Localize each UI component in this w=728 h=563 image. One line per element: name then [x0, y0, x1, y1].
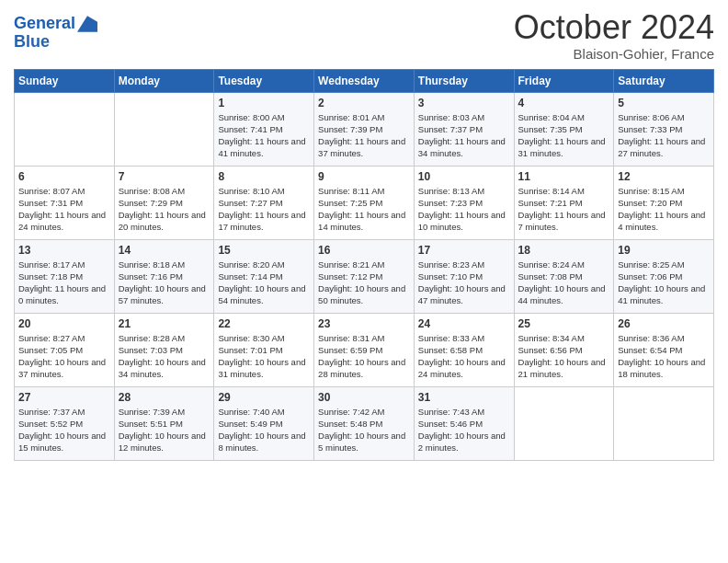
daylight-text: Daylight: 11 hours and 37 minutes.	[318, 136, 405, 158]
daylight-text: Daylight: 11 hours and 31 minutes.	[518, 136, 606, 158]
day-info: Sunrise: 8:31 AM Sunset: 6:59 PM Dayligh…	[318, 332, 410, 381]
table-row	[15, 92, 115, 166]
day-number: 26	[618, 317, 710, 330]
daylight-text: Daylight: 11 hours and 0 minutes.	[18, 283, 106, 305]
day-info: Sunrise: 8:11 AM Sunset: 7:25 PM Dayligh…	[318, 185, 410, 234]
daylight-text: Daylight: 10 hours and 47 minutes.	[418, 283, 506, 305]
table-row: 2 Sunrise: 8:01 AM Sunset: 7:39 PM Dayli…	[314, 92, 415, 166]
daylight-text: Daylight: 11 hours and 14 minutes.	[318, 210, 405, 232]
table-row: 7 Sunrise: 8:08 AM Sunset: 7:29 PM Dayli…	[114, 166, 214, 239]
table-row: 17 Sunrise: 8:23 AM Sunset: 7:10 PM Dayl…	[414, 239, 514, 313]
daylight-text: Daylight: 11 hours and 41 minutes.	[218, 136, 305, 158]
sunrise-text: Sunrise: 7:39 AM	[119, 407, 185, 417]
day-info: Sunrise: 8:28 AM Sunset: 7:03 PM Dayligh…	[119, 332, 210, 381]
day-number: 23	[318, 317, 410, 330]
sunrise-text: Sunrise: 8:34 AM	[518, 333, 585, 343]
day-number: 1	[218, 97, 310, 109]
daylight-text: Daylight: 11 hours and 10 minutes.	[418, 210, 506, 232]
daylight-text: Daylight: 10 hours and 15 minutes.	[18, 431, 106, 453]
sunset-text: Sunset: 7:23 PM	[418, 198, 483, 208]
table-row: 4 Sunrise: 8:04 AM Sunset: 7:35 PM Dayli…	[514, 92, 614, 166]
daylight-text: Daylight: 11 hours and 17 minutes.	[218, 210, 305, 232]
sunrise-text: Sunrise: 8:07 AM	[18, 186, 85, 196]
table-row: 8 Sunrise: 8:10 AM Sunset: 7:27 PM Dayli…	[214, 166, 314, 239]
day-number: 19	[618, 244, 710, 257]
table-row: 15 Sunrise: 8:20 AM Sunset: 7:14 PM Dayl…	[214, 239, 314, 313]
calendar-week-row: 13 Sunrise: 8:17 AM Sunset: 7:18 PM Dayl…	[15, 239, 714, 313]
table-row: 31 Sunrise: 7:43 AM Sunset: 5:46 PM Dayl…	[414, 386, 514, 460]
sunset-text: Sunset: 5:49 PM	[218, 419, 282, 429]
sunset-text: Sunset: 7:21 PM	[518, 198, 583, 208]
day-info: Sunrise: 8:04 AM Sunset: 7:35 PM Dayligh…	[518, 111, 610, 160]
calendar-header-row: Sunday Monday Tuesday Wednesday Thursday…	[15, 69, 714, 92]
sunset-text: Sunset: 7:06 PM	[618, 271, 682, 282]
sunrise-text: Sunrise: 8:33 AM	[418, 333, 484, 343]
table-row: 29 Sunrise: 7:40 AM Sunset: 5:49 PM Dayl…	[214, 386, 314, 460]
day-number: 29	[218, 391, 310, 404]
day-number: 2	[318, 97, 410, 109]
daylight-text: Daylight: 11 hours and 4 minutes.	[618, 210, 705, 232]
sunset-text: Sunset: 7:16 PM	[119, 271, 183, 282]
logo-text-block: General Blue	[14, 14, 97, 52]
logo-general: General	[14, 15, 75, 33]
table-row: 26 Sunrise: 8:36 AM Sunset: 6:54 PM Dayl…	[614, 313, 714, 386]
logo-blue: Blue	[14, 32, 97, 52]
day-info: Sunrise: 8:30 AM Sunset: 7:01 PM Dayligh…	[218, 332, 310, 381]
daylight-text: Daylight: 10 hours and 21 minutes.	[518, 357, 606, 379]
sunset-text: Sunset: 7:35 PM	[518, 124, 583, 134]
sunrise-text: Sunrise: 7:43 AM	[418, 407, 484, 417]
day-info: Sunrise: 8:01 AM Sunset: 7:39 PM Dayligh…	[318, 111, 410, 160]
day-number: 8	[218, 170, 310, 183]
sunset-text: Sunset: 7:12 PM	[318, 271, 382, 282]
calendar-week-row: 27 Sunrise: 7:37 AM Sunset: 5:52 PM Dayl…	[15, 386, 714, 460]
sunrise-text: Sunrise: 8:00 AM	[218, 112, 284, 122]
day-info: Sunrise: 8:00 AM Sunset: 7:41 PM Dayligh…	[218, 111, 310, 160]
day-number: 9	[318, 170, 410, 183]
sunrise-text: Sunrise: 8:28 AM	[119, 333, 185, 343]
day-info: Sunrise: 8:25 AM Sunset: 7:06 PM Dayligh…	[618, 259, 710, 307]
day-number: 30	[318, 391, 410, 404]
day-number: 22	[218, 317, 310, 330]
table-row: 25 Sunrise: 8:34 AM Sunset: 6:56 PM Dayl…	[514, 313, 614, 386]
table-row: 20 Sunrise: 8:27 AM Sunset: 7:05 PM Dayl…	[15, 313, 115, 386]
sunset-text: Sunset: 7:27 PM	[218, 198, 282, 208]
sunset-text: Sunset: 6:56 PM	[518, 345, 583, 355]
sunrise-text: Sunrise: 8:06 AM	[618, 112, 684, 122]
location-title: Blaison-Gohier, France	[514, 46, 714, 62]
header: General Blue October 2024 Blaison-Gohier…	[14, 9, 714, 62]
day-number: 10	[418, 170, 510, 183]
daylight-text: Daylight: 10 hours and 54 minutes.	[218, 283, 305, 305]
table-row: 13 Sunrise: 8:17 AM Sunset: 7:18 PM Dayl…	[15, 239, 115, 313]
day-info: Sunrise: 8:17 AM Sunset: 7:18 PM Dayligh…	[18, 259, 110, 307]
day-number: 31	[418, 391, 510, 404]
col-friday: Friday	[514, 69, 614, 92]
sunset-text: Sunset: 6:59 PM	[318, 345, 382, 355]
table-row: 18 Sunrise: 8:24 AM Sunset: 7:08 PM Dayl…	[514, 239, 614, 313]
table-row: 16 Sunrise: 8:21 AM Sunset: 7:12 PM Dayl…	[314, 239, 415, 313]
sunset-text: Sunset: 5:52 PM	[18, 419, 83, 429]
table-row: 23 Sunrise: 8:31 AM Sunset: 6:59 PM Dayl…	[314, 313, 415, 386]
day-number: 21	[119, 317, 210, 330]
day-number: 17	[418, 244, 510, 257]
sunset-text: Sunset: 7:18 PM	[18, 271, 83, 282]
day-number: 3	[418, 97, 510, 109]
col-saturday: Saturday	[614, 69, 714, 92]
day-info: Sunrise: 8:20 AM Sunset: 7:14 PM Dayligh…	[218, 259, 310, 307]
day-info: Sunrise: 8:08 AM Sunset: 7:29 PM Dayligh…	[119, 185, 210, 234]
day-info: Sunrise: 8:10 AM Sunset: 7:27 PM Dayligh…	[218, 185, 310, 234]
daylight-text: Daylight: 10 hours and 41 minutes.	[618, 283, 705, 305]
sunrise-text: Sunrise: 8:20 AM	[218, 259, 284, 270]
sunset-text: Sunset: 6:54 PM	[618, 345, 682, 355]
table-row: 19 Sunrise: 8:25 AM Sunset: 7:06 PM Dayl…	[614, 239, 714, 313]
sunrise-text: Sunrise: 8:08 AM	[119, 186, 185, 196]
logo-icon	[77, 14, 97, 34]
day-info: Sunrise: 8:23 AM Sunset: 7:10 PM Dayligh…	[418, 259, 510, 307]
table-row	[514, 386, 614, 460]
day-number: 6	[18, 170, 110, 183]
sunrise-text: Sunrise: 8:01 AM	[318, 112, 384, 122]
sunset-text: Sunset: 7:01 PM	[218, 345, 282, 355]
title-block: October 2024 Blaison-Gohier, France	[514, 9, 714, 62]
daylight-text: Daylight: 11 hours and 24 minutes.	[18, 210, 106, 232]
day-number: 24	[418, 317, 510, 330]
sunset-text: Sunset: 7:10 PM	[418, 271, 483, 282]
